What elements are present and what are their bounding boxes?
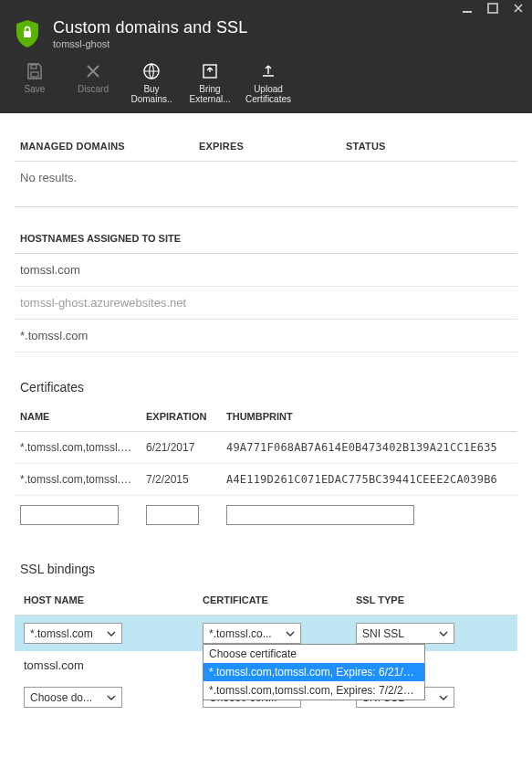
chevron-down-icon <box>286 629 295 638</box>
cert-expiration: 7/2/2015 <box>146 473 226 486</box>
ssl-type-value: SNI SSL <box>362 627 404 640</box>
cert-thumb-col: THUMBPRINT <box>226 411 512 422</box>
certificate-row[interactable]: *.tomssl.com,tomssl.c... 6/21/2017 49A77… <box>15 432 517 464</box>
cert-add-thumb-input[interactable] <box>226 505 414 525</box>
ssl-host-col: HOST NAME <box>24 594 203 605</box>
ssl-bindings-header: HOST NAME CERTIFICATE SSL TYPE <box>15 582 517 615</box>
cert-thumbprint: 49A771F068AB7A614E0B473402B139A21CC1E635 <box>226 441 512 454</box>
discard-label: Discard <box>78 84 109 94</box>
certificate-dropdown: Choose certificate *.tomssl.com,tomssl.c… <box>203 644 425 700</box>
host-name-value: *.tomssl.com <box>30 627 93 640</box>
ssl-cert-col: CERTIFICATE <box>203 594 356 605</box>
svg-rect-3 <box>31 65 37 68</box>
host-name-value: tomssl.com <box>24 658 203 672</box>
dropdown-option-selected[interactable]: *.tomssl.com,tomssl.com, Expires: 6/21/2… <box>203 663 424 681</box>
dropdown-option[interactable]: *.tomssl.com,tomssl.com, Expires: 7/2/20… <box>203 681 424 700</box>
window-titlebar <box>0 0 532 16</box>
host-name-select[interactable]: *.tomssl.com <box>24 623 122 644</box>
minimize-button[interactable] <box>461 2 474 15</box>
blade-header: Custom domains and SSL tomssl-ghost <box>0 16 532 55</box>
close-button[interactable] <box>512 2 525 15</box>
certificates-header: NAME EXPIRATION THUMBPRINT <box>15 400 517 431</box>
upload-certificates-label: Upload Certificates <box>239 84 297 104</box>
expires-col: EXPIRES <box>199 141 346 152</box>
bring-external-label: Bring External... <box>181 84 239 104</box>
managed-domains-empty: No results. <box>15 162 517 207</box>
chevron-down-icon <box>107 629 116 638</box>
ssl-type-col: SSL TYPE <box>356 594 508 605</box>
cert-expiration: 6/21/2017 <box>146 441 226 454</box>
certificates-title: Certificates <box>15 352 517 400</box>
upload-certificates-button[interactable]: Upload Certificates <box>239 58 297 108</box>
ssl-binding-row: *.tomssl.com *.tomssl.co... SNI SSL Choo… <box>15 615 517 651</box>
cert-name: *.tomssl.com,tomssl.c... <box>20 473 146 486</box>
buy-domains-button[interactable]: Buy Domains.. <box>122 58 181 108</box>
svg-rect-1 <box>488 4 497 13</box>
hostnames-header: HOSTNAMES ASSIGNED TO SITE <box>15 207 517 253</box>
bring-external-button[interactable]: Bring External... <box>181 58 239 108</box>
certificate-value: *.tomssl.co... <box>209 627 272 640</box>
discard-button[interactable]: Discard <box>64 58 122 108</box>
hostname-row[interactable]: tomssl.com <box>15 254 517 287</box>
certificate-row[interactable]: *.tomssl.com,tomssl.c... 7/2/2015 A4E119… <box>15 464 517 496</box>
command-bar: Save Discard Buy Domains.. Bring Externa… <box>0 55 532 113</box>
certificate-select[interactable]: *.tomssl.co... <box>203 623 301 644</box>
cert-add-name-input[interactable] <box>20 505 119 525</box>
managed-domains-header: MANAGED DOMAINS EXPIRES STATUS <box>15 113 517 161</box>
blade-subtitle: tomssl-ghost <box>53 38 248 49</box>
save-button[interactable]: Save <box>5 58 64 108</box>
ssl-bindings-title: SSL bindings <box>15 534 517 582</box>
cert-add-exp-input[interactable] <box>146 505 199 525</box>
svg-rect-0 <box>463 11 472 13</box>
shield-lock-icon <box>15 19 40 48</box>
add-host-select[interactable]: Choose do... <box>24 687 122 708</box>
svg-rect-4 <box>31 72 38 77</box>
cert-thumbprint: A4E119D261C071EDAC775BC39441CEEE2CA039B6 <box>226 473 512 486</box>
cert-exp-col: EXPIRATION <box>146 411 226 422</box>
certificate-add-row <box>15 496 517 534</box>
buy-domains-label: Buy Domains.. <box>122 84 181 104</box>
hostname-row[interactable]: tomssl-ghost.azurewebsites.net <box>15 287 517 320</box>
status-col: STATUS <box>346 141 512 152</box>
hostname-row[interactable]: *.tomssl.com <box>15 320 517 352</box>
dropdown-heading[interactable]: Choose certificate <box>203 645 424 663</box>
cert-name: *.tomssl.com,tomssl.c... <box>20 441 146 454</box>
svg-rect-2 <box>24 31 31 37</box>
add-host-value: Choose do... <box>30 691 92 704</box>
chevron-down-icon <box>107 693 116 702</box>
blade-title: Custom domains and SSL <box>53 18 248 37</box>
save-label: Save <box>25 84 46 94</box>
managed-domains-col: MANAGED DOMAINS <box>20 141 199 152</box>
chevron-down-icon <box>439 693 448 702</box>
cert-name-col: NAME <box>20 411 146 422</box>
maximize-button[interactable] <box>486 2 499 15</box>
ssl-type-select[interactable]: SNI SSL <box>356 623 454 644</box>
chevron-down-icon <box>439 629 448 638</box>
